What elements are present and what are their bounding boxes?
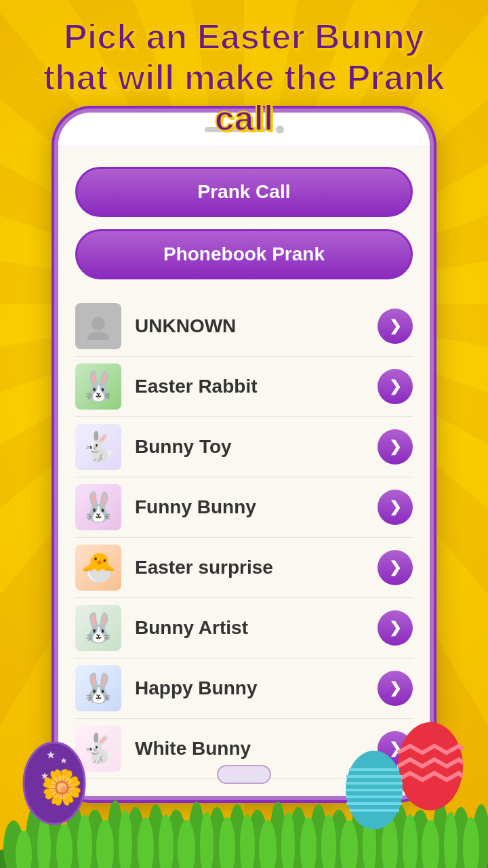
list-item[interactable]: 🐰 Funny Bunny <box>75 477 413 538</box>
list-item[interactable]: 🐇 Bunny Toy <box>75 417 413 477</box>
character-name: Easter Rabbit <box>135 376 378 397</box>
select-arrow-button[interactable] <box>378 550 413 585</box>
select-arrow-button[interactable] <box>378 610 413 646</box>
easter-egg-right-2 <box>342 746 407 831</box>
select-arrow-button[interactable] <box>378 369 413 404</box>
phonebook-prank-button[interactable]: Phonebook Prank <box>75 229 413 279</box>
header: Pick an Easter Bunny that will make the … <box>0 10 488 145</box>
bunny-icon: 🐰 <box>81 614 116 642</box>
select-arrow-button[interactable] <box>378 429 413 465</box>
avatar-bunny-artist: 🐰 <box>75 605 121 651</box>
prank-call-button[interactable]: Prank Call <box>75 167 413 217</box>
avatar-bunny-toy: 🐇 <box>75 424 121 470</box>
list-item[interactable]: 🐰 Happy Bunny <box>75 658 413 719</box>
flower-decoration: 🌼 <box>41 768 83 807</box>
character-list: UNKNOWN 🐰 Easter Rabbit 🐇 Bunny Toy <box>75 296 413 779</box>
avatar-easter-rabbit: 🐰 <box>75 363 121 410</box>
character-name: White Bunny <box>135 738 378 760</box>
character-name: UNKNOWN <box>135 315 378 337</box>
select-arrow-button[interactable] <box>378 309 413 344</box>
avatar-funny-bunny: 🐰 <box>75 484 121 530</box>
svg-point-1 <box>87 332 109 340</box>
bunny-icon: 🐰 <box>81 493 116 521</box>
avatar-happy-bunny: 🐰 <box>75 665 121 711</box>
bunny-icon: 🐰 <box>81 372 116 401</box>
phone-frame: Prank Call Phonebook Prank UNKNOWN 🐰 <box>54 108 434 800</box>
character-name: Happy Bunny <box>135 677 378 699</box>
list-item[interactable]: 🐰 Bunny Artist <box>75 598 413 658</box>
svg-point-57 <box>398 722 463 810</box>
list-item[interactable]: 🐣 Easter surprise <box>75 538 413 598</box>
list-item[interactable]: UNKNOWN <box>75 296 413 357</box>
svg-point-0 <box>92 317 105 330</box>
phone-content: Prank Call Phonebook Prank UNKNOWN 🐰 <box>58 146 430 796</box>
character-name: Easter surprise <box>135 557 378 578</box>
character-name: Funny Bunny <box>135 496 378 518</box>
select-arrow-button[interactable] <box>378 490 413 525</box>
avatar-easter-surprise: 🐣 <box>75 545 121 591</box>
header-title: Pick an Easter Bunny that will make the … <box>27 17 461 138</box>
bunny-icon: 🐇 <box>81 433 116 461</box>
character-name: Bunny Toy <box>135 436 378 458</box>
bunny-icon: 🐰 <box>81 674 116 703</box>
character-name: Bunny Artist <box>135 617 378 639</box>
avatar-unknown <box>75 303 121 349</box>
select-arrow-button[interactable] <box>378 671 413 706</box>
list-item[interactable]: 🐰 Easter Rabbit <box>75 357 413 417</box>
bunny-icon: 🐣 <box>81 553 116 582</box>
